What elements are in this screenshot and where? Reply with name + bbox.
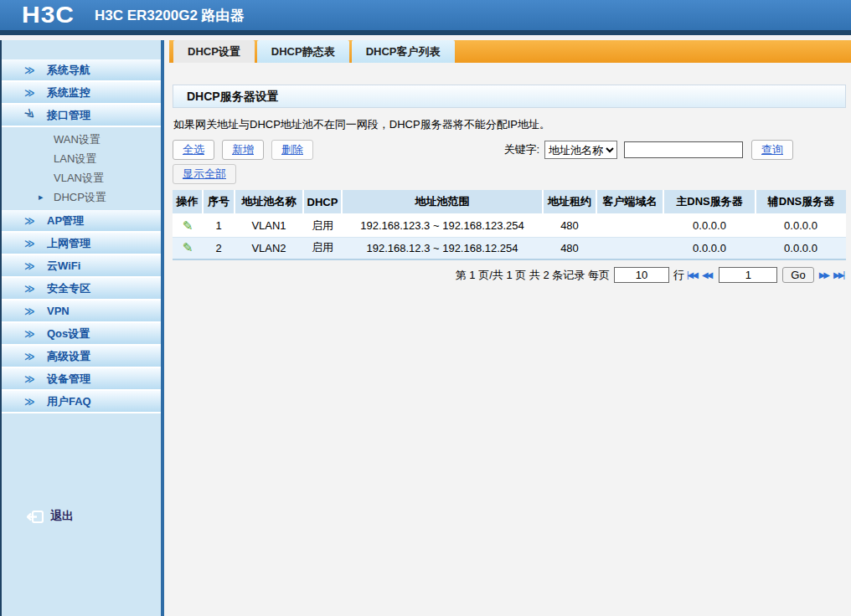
- first-page-icon[interactable]: |◀◀: [687, 270, 697, 280]
- sidebar-nav: ≫系统导航≫系统监控≫接口管理WAN设置LAN设置VLAN设置▸DHCP设置≫A…: [2, 40, 161, 413]
- double-chevron-icon: ≫: [24, 64, 39, 76]
- keyword-input[interactable]: [624, 141, 743, 158]
- sidebar-item-label: 上网管理: [47, 236, 90, 251]
- app-header: H3C H3C ER3200G2 路由器: [0, 0, 851, 35]
- double-chevron-icon: ≫: [24, 260, 39, 272]
- keyword-label: 关键字:: [503, 142, 539, 157]
- keyword-field-select[interactable]: 地址池名称: [544, 141, 617, 159]
- sidebar-item-label: AP管理: [47, 213, 84, 228]
- table-cell: 启用: [303, 237, 342, 259]
- sidebar-subitem-DHCP设置[interactable]: ▸DHCP设置: [2, 187, 161, 207]
- double-chevron-icon: ≫: [24, 87, 39, 99]
- sidebar-subitem-VLAN设置[interactable]: VLAN设置: [2, 168, 161, 187]
- rows-suffix: 行: [673, 268, 684, 283]
- sidebar-item-AP管理[interactable]: ≫AP管理: [2, 210, 161, 233]
- edit-pencil-icon[interactable]: ✎: [173, 214, 203, 237]
- table-cell: 0.0.0.0: [663, 214, 756, 237]
- sidebar-subitem-label: LAN设置: [54, 152, 96, 165]
- tab-bar: DHCP设置DHCP静态表DHCP客户列表: [169, 40, 851, 63]
- table-cell: 2: [203, 237, 235, 259]
- sidebar-item-label: 系统导航: [47, 63, 90, 78]
- sidebar-item-Qos设置[interactable]: ≫Qos设置: [2, 323, 161, 346]
- column-header: DHCP: [303, 190, 342, 214]
- logout-label: 退出: [50, 509, 74, 524]
- main-content: DHCP设置DHCP静态表DHCP客户列表 DHCP服务器设置 如果网关地址与D…: [169, 40, 851, 616]
- sidebar-item-系统监控[interactable]: ≫系统监控: [2, 82, 161, 105]
- table-cell: VLAN1: [235, 214, 303, 237]
- sidebar-item-云WiFi[interactable]: ≫云WiFi: [2, 255, 161, 278]
- delete-button[interactable]: 删除: [271, 140, 313, 160]
- table-cell: 192.168.123.3 ~ 192.168.123.254: [342, 214, 543, 237]
- table-cell: [596, 214, 663, 237]
- column-header: 操作: [173, 190, 203, 214]
- double-chevron-icon: ≫: [24, 238, 39, 249]
- column-header: 序号: [203, 190, 235, 214]
- double-chevron-icon: ≫: [24, 215, 39, 227]
- logout-button[interactable]: 退出: [27, 509, 74, 524]
- pagination: 第 1 页/共 1 页 共 2 条记录 每页 行 |◀◀ ◀◀ Go ▶▶ ▶▶…: [169, 267, 846, 283]
- double-chevron-icon: ≫: [24, 396, 39, 408]
- sidebar-item-label: 用户FAQ: [47, 394, 91, 409]
- prev-page-icon[interactable]: ◀◀: [702, 270, 711, 280]
- h3c-logo: H3C: [22, 2, 75, 28]
- logout-icon: [27, 511, 44, 523]
- page-title: H3C ER3200G2 路由器: [95, 6, 245, 25]
- tab-DHCP客户列表[interactable]: DHCP客户列表: [352, 40, 455, 63]
- sidebar-sublist: WAN设置LAN设置VLAN设置▸DHCP设置: [2, 127, 161, 210]
- pagination-summary: 第 1 页/共 1 页 共 2 条记录 每页: [456, 268, 610, 283]
- sidebar-item-label: 接口管理: [47, 108, 90, 123]
- table-row: ✎1VLAN1启用192.168.123.3 ~ 192.168.123.254…: [173, 214, 846, 237]
- sidebar-subitem-LAN设置[interactable]: LAN设置: [2, 149, 161, 168]
- sidebar-subitem-label: VLAN设置: [54, 172, 104, 184]
- double-chevron-icon: ≫: [24, 351, 39, 362]
- table-cell: 0.0.0.0: [756, 237, 846, 259]
- double-chevron-icon: ≫: [23, 105, 42, 125]
- tab-DHCP静态表[interactable]: DHCP静态表: [257, 40, 349, 63]
- sidebar: ≫系统导航≫系统监控≫接口管理WAN设置LAN设置VLAN设置▸DHCP设置≫A…: [0, 40, 164, 616]
- double-chevron-icon: ≫: [24, 305, 39, 317]
- goto-page-input[interactable]: [719, 267, 777, 283]
- sidebar-item-高级设置[interactable]: ≫高级设置: [2, 346, 161, 368]
- double-chevron-icon: ≫: [24, 328, 39, 340]
- sidebar-item-label: 云WiFi: [47, 259, 80, 274]
- column-header: 地址池名称: [235, 190, 303, 214]
- showall-row: 显示全部: [173, 164, 846, 184]
- next-page-icon[interactable]: ▶▶: [819, 270, 828, 280]
- sidebar-item-设备管理[interactable]: ≫设备管理: [2, 368, 161, 391]
- table-header-row: 操作序号地址池名称DHCP地址池范围地址租约客户端域名主DNS服务器辅DNS服务…: [173, 190, 846, 214]
- sidebar-item-安全专区[interactable]: ≫安全专区: [2, 278, 161, 300]
- sidebar-item-VPN[interactable]: ≫VPN: [2, 300, 161, 323]
- table-cell: 启用: [303, 214, 342, 237]
- notice-text: 如果网关地址与DHCP地址池不在同一网段，DHCP服务器将不能分配IP地址。: [173, 117, 851, 132]
- add-button[interactable]: 新增: [222, 140, 264, 160]
- select-all-button[interactable]: 全选: [173, 140, 214, 160]
- toolbar: 全选 新增 删除 关键字: 地址池名称 查询: [173, 140, 846, 160]
- sidebar-item-用户FAQ[interactable]: ≫用户FAQ: [2, 391, 161, 413]
- double-chevron-icon: ≫: [24, 283, 39, 295]
- query-button[interactable]: 查询: [751, 140, 793, 160]
- edit-pencil-icon[interactable]: ✎: [173, 237, 203, 259]
- keyword-search-group: 关键字: 地址池名称 查询: [503, 140, 793, 160]
- sidebar-item-接口管理[interactable]: ≫接口管理: [2, 105, 161, 127]
- page-size-input[interactable]: [614, 267, 669, 283]
- show-all-button[interactable]: 显示全部: [173, 164, 236, 184]
- sidebar-subitem-label: DHCP设置: [54, 191, 106, 203]
- sidebar-subitem-WAN设置[interactable]: WAN设置: [2, 130, 161, 149]
- table-cell: 480: [543, 214, 596, 237]
- last-page-icon[interactable]: ▶▶|: [833, 270, 843, 280]
- sidebar-item-系统导航[interactable]: ≫系统导航: [2, 59, 161, 82]
- table-cell: 0.0.0.0: [663, 237, 756, 259]
- sidebar-item-label: 安全专区: [47, 281, 90, 296]
- table-cell: 192.168.12.3 ~ 192.168.12.254: [342, 237, 543, 259]
- column-header: 主DNS服务器: [663, 190, 756, 214]
- sidebar-item-上网管理[interactable]: ≫上网管理: [2, 233, 161, 255]
- table-row: ✎2VLAN2启用192.168.12.3 ~ 192.168.12.25448…: [173, 237, 846, 259]
- table-cell: VLAN2: [235, 237, 303, 259]
- tab-DHCP设置[interactable]: DHCP设置: [173, 40, 255, 63]
- sidebar-item-label: VPN: [47, 305, 70, 317]
- table-body: ✎1VLAN1启用192.168.123.3 ~ 192.168.123.254…: [173, 214, 846, 259]
- table-cell: [596, 237, 663, 259]
- go-button[interactable]: Go: [782, 267, 813, 283]
- panel-title: DHCP服务器设置: [173, 85, 846, 108]
- dhcp-pool-table: 操作序号地址池名称DHCP地址池范围地址租约客户端域名主DNS服务器辅DNS服务…: [173, 190, 846, 260]
